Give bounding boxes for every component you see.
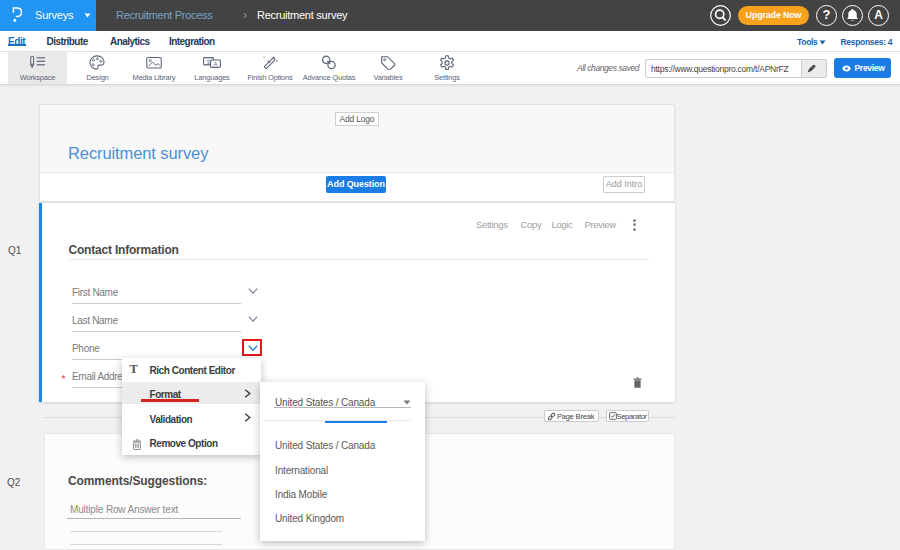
svg-text:文: 文 [206,59,212,65]
svg-text:A: A [213,61,217,67]
